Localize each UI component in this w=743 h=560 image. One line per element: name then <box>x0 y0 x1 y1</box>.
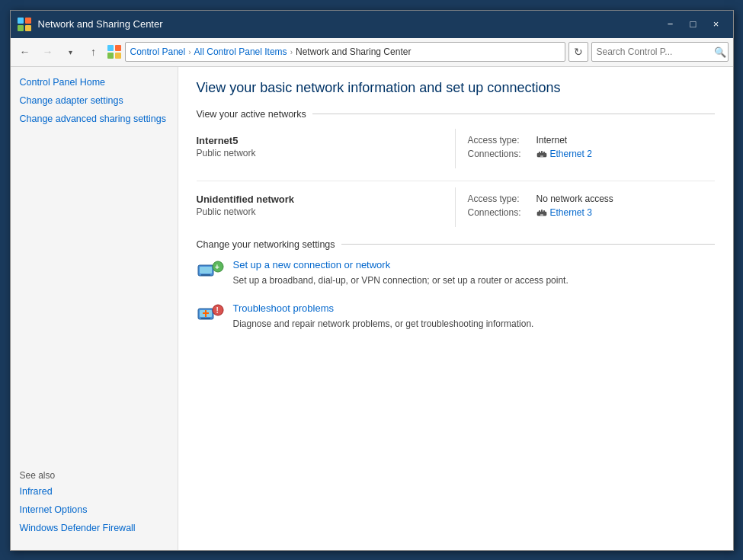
svg-rect-7 <box>115 53 121 59</box>
ethernet-icon-1 <box>536 149 547 159</box>
access-label-2: Access type: <box>468 194 536 204</box>
svg-rect-3 <box>25 25 31 31</box>
network-right-1: Access type: Internet Connections: <box>456 129 715 168</box>
svg-rect-27 <box>201 318 210 319</box>
sidebar-link-home[interactable]: Control Panel Home <box>20 76 168 88</box>
settings-header: Change your networking settings <box>197 239 715 250</box>
main-window: Network and Sharing Center − □ × ← → ▾ ↑… <box>10 10 734 551</box>
svg-rect-6 <box>107 53 114 59</box>
title-bar: Network and Sharing Center − □ × <box>11 11 733 38</box>
search-input[interactable] <box>597 46 711 57</box>
dropdown-button[interactable]: ▾ <box>61 42 81 62</box>
svg-rect-5 <box>115 45 121 51</box>
search-icon: 🔍 <box>714 46 726 58</box>
maximize-button[interactable]: □ <box>683 16 704 33</box>
access-value-2: No network access <box>536 194 613 204</box>
svg-rect-0 <box>18 18 24 24</box>
back-button[interactable]: ← <box>15 42 35 62</box>
network-name-2: Unidentified network <box>197 194 455 205</box>
settings-section: Change your networking settings + <box>197 239 715 331</box>
svg-rect-14 <box>539 210 540 213</box>
settings-item-2: ! Troubleshoot problems Diagnose and rep… <box>197 302 715 331</box>
refresh-button[interactable]: ↻ <box>568 42 588 62</box>
ethernet-link-1[interactable]: Ethernet 2 <box>536 149 592 159</box>
conn-label-1: Connections: <box>468 149 536 159</box>
network-type-2: Public network <box>197 206 455 217</box>
network-section-2: Unidentified network Public network Acce… <box>197 187 715 227</box>
troubleshoot-icon: ! <box>197 302 224 330</box>
path-sep-1: › <box>188 48 191 56</box>
svg-rect-2 <box>18 25 24 31</box>
network-right-2: Access type: No network access Connectio… <box>456 187 715 227</box>
svg-text:!: ! <box>216 306 218 315</box>
svg-rect-4 <box>107 45 114 51</box>
svg-rect-1 <box>25 18 31 24</box>
address-bar: ← → ▾ ↑ Control Panel › All Control Pane… <box>11 38 733 67</box>
see-also-infrared[interactable]: Infrared <box>20 485 168 498</box>
svg-rect-16 <box>543 210 545 213</box>
search-box: 🔍 <box>591 42 729 62</box>
path-current: Network and Sharing Center <box>296 46 411 57</box>
network-left-2: Unidentified network Public network <box>197 187 456 227</box>
network-access-row-2: Access type: No network access <box>468 194 703 204</box>
path-sep-2: › <box>290 48 293 56</box>
network-grid-2: Unidentified network Public network Acce… <box>197 187 715 227</box>
forward-button[interactable]: → <box>38 42 58 62</box>
page-title: View your basic network information and … <box>197 79 715 97</box>
address-path[interactable]: Control Panel › All Control Panel Items … <box>125 42 565 62</box>
network-name-1: Internet5 <box>197 135 455 146</box>
network-left-1: Internet5 Public network <box>197 129 456 168</box>
settings-desc-1: Set up a broadband, dial-up, or VPN conn… <box>233 275 568 286</box>
see-also-firewall[interactable]: Windows Defender Firewall <box>20 522 168 534</box>
settings-link-2[interactable]: Troubleshoot problems <box>233 302 715 314</box>
network-access-row-1: Access type: Internet <box>468 135 703 146</box>
network-conn-row-1: Connections: Ethernet 2 <box>468 149 703 159</box>
up-button[interactable]: ↑ <box>84 42 104 62</box>
app-icon <box>17 17 32 32</box>
path-control-panel[interactable]: Control Panel <box>130 46 186 57</box>
window-title: Network and Sharing Center <box>38 18 660 30</box>
svg-rect-9 <box>539 152 540 154</box>
svg-rect-15 <box>541 210 543 213</box>
svg-text:+: + <box>215 263 219 271</box>
close-button[interactable]: × <box>706 16 727 33</box>
window-controls: − □ × <box>660 16 727 33</box>
see-also-title: See also <box>20 470 168 481</box>
minimize-button[interactable]: − <box>660 16 681 33</box>
sidebar-link-adapter[interactable]: Change adapter settings <box>20 94 168 107</box>
svg-rect-20 <box>201 274 210 276</box>
settings-text-2: Troubleshoot problems Diagnose and repai… <box>233 302 715 331</box>
path-icon <box>107 44 122 59</box>
see-also-internet-options[interactable]: Internet Options <box>20 504 168 516</box>
ethernet-link-2[interactable]: Ethernet 3 <box>536 207 592 218</box>
settings-icon-box-2: ! <box>197 302 224 330</box>
access-label-1: Access type: <box>468 135 536 146</box>
settings-text-1: Set up a new connection or network Set u… <box>233 259 715 287</box>
svg-rect-19 <box>200 267 212 274</box>
sidebar-see-also: See also Infrared Internet Options Windo… <box>20 470 168 541</box>
settings-item-1: + Set up a new connection or network Set… <box>197 259 715 287</box>
settings-desc-2: Diagnose and repair network problems, or… <box>233 318 534 329</box>
network-section-1: Internet5 Public network Access type: In… <box>197 129 715 168</box>
sidebar-link-sharing[interactable]: Change advanced sharing settings <box>20 113 168 125</box>
network-type-1: Public network <box>197 148 455 158</box>
conn-label-2: Connections: <box>468 207 536 218</box>
sidebar-top: Control Panel Home Change adapter settin… <box>20 76 168 461</box>
svg-rect-10 <box>541 151 543 154</box>
active-networks-header: View your active networks <box>197 109 715 120</box>
path-all-items[interactable]: All Control Panel Items <box>194 46 287 57</box>
svg-rect-17 <box>540 214 543 216</box>
new-connection-icon: + <box>197 259 224 286</box>
svg-rect-12 <box>540 155 543 157</box>
network-divider <box>197 181 715 181</box>
svg-rect-11 <box>543 152 545 154</box>
ethernet-icon-2 <box>536 207 547 218</box>
network-grid-1: Internet5 Public network Access type: In… <box>197 129 715 168</box>
main-area: Control Panel Home Change adapter settin… <box>11 67 733 550</box>
network-conn-row-2: Connections: Ethernet 3 <box>468 207 703 218</box>
settings-icon-box-1: + <box>197 259 224 286</box>
sidebar: Control Panel Home Change adapter settin… <box>11 67 178 550</box>
content-area: View your basic network information and … <box>178 67 733 550</box>
access-value-1: Internet <box>536 135 568 146</box>
settings-link-1[interactable]: Set up a new connection or network <box>233 259 715 270</box>
